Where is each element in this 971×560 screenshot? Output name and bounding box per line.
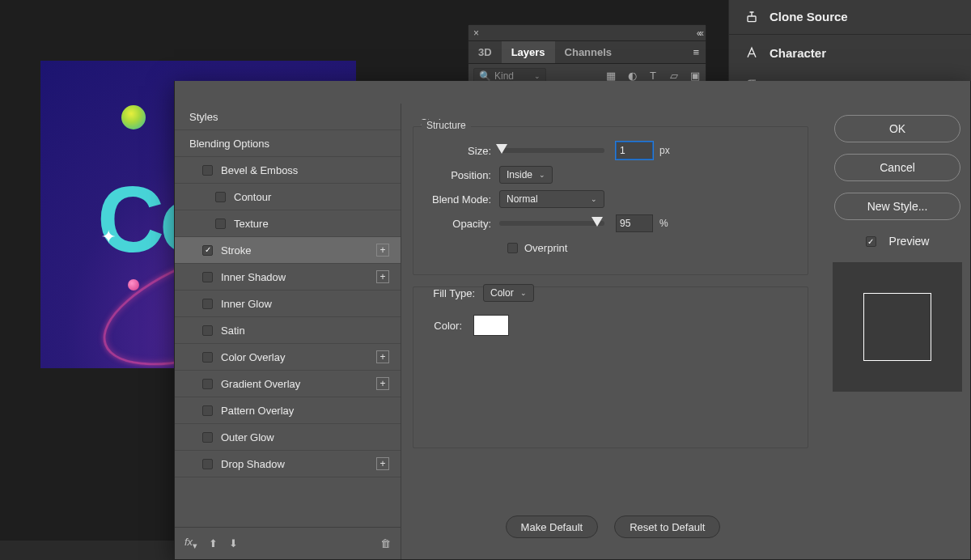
stroke-settings: Stroke Structure Size: px Position: Insi… xyxy=(401,104,825,559)
size-unit: px xyxy=(659,145,670,156)
panel-label: Character xyxy=(770,46,826,60)
add-effect-icon[interactable]: + xyxy=(376,244,389,257)
color-overlay-item[interactable]: Color Overlay+ xyxy=(175,344,401,371)
filter-smart-icon[interactable]: ▣ xyxy=(689,70,701,82)
checkbox[interactable] xyxy=(202,352,213,363)
filter-type-icon[interactable]: T xyxy=(647,70,659,82)
fill-type-label: Fill Type: xyxy=(422,287,483,299)
panel-label: Clone Source xyxy=(770,10,848,23)
panel-menu-icon[interactable]: ≡ xyxy=(686,46,706,58)
filter-label: Kind xyxy=(494,70,514,82)
dialog-right-column: OK Cancel New Style... Preview xyxy=(825,104,970,559)
outer-glow-item[interactable]: Outer Glow xyxy=(175,424,401,451)
blending-options[interactable]: Blending Options xyxy=(175,130,401,157)
preview-inner xyxy=(863,293,931,361)
preview-thumbnail xyxy=(833,262,962,392)
fx-menu[interactable]: fx▾ xyxy=(184,536,197,551)
checkbox[interactable] xyxy=(202,459,213,469)
svg-rect-0 xyxy=(748,16,756,22)
filter-adjust-icon[interactable]: ◐ xyxy=(626,70,638,82)
style-list: Styles Blending Options Bevel & Emboss C… xyxy=(175,104,401,559)
checkbox[interactable] xyxy=(202,272,213,282)
fill-type-select[interactable]: Color⌄ xyxy=(483,284,534,302)
structure-legend: Structure xyxy=(422,120,471,131)
panel-character[interactable]: Character xyxy=(729,36,971,69)
layer-style-dialog: Styles Blending Options Bevel & Emboss C… xyxy=(174,81,971,560)
checkbox[interactable] xyxy=(202,325,213,336)
size-label: Size: xyxy=(426,145,499,157)
satin-item[interactable]: Satin xyxy=(175,317,401,344)
move-down-icon[interactable]: ⬇ xyxy=(229,537,238,549)
close-icon[interactable]: × xyxy=(473,28,479,39)
opacity-slider[interactable] xyxy=(499,221,604,226)
trash-icon[interactable]: 🗑 xyxy=(380,537,391,549)
size-slider[interactable] xyxy=(499,148,604,153)
add-effect-icon[interactable]: + xyxy=(376,270,389,283)
blend-mode-label: Blend Mode: xyxy=(426,193,499,206)
preview-label: Preview xyxy=(889,235,930,248)
overprint-label: Overprint xyxy=(524,242,567,254)
tab-3d[interactable]: 3D xyxy=(469,41,502,63)
chevron-down-icon: ⌄ xyxy=(534,72,541,80)
styles-header[interactable]: Styles xyxy=(175,104,401,130)
panel-titlebar[interactable]: × «« xyxy=(469,25,706,41)
cancel-button[interactable]: Cancel xyxy=(834,154,960,181)
checkbox[interactable] xyxy=(215,192,226,202)
checkbox[interactable] xyxy=(202,379,213,389)
add-effect-icon[interactable]: + xyxy=(376,457,389,470)
blend-mode-select[interactable]: Normal⌄ xyxy=(499,190,604,208)
opacity-label: Opacity: xyxy=(426,218,499,230)
add-effect-icon[interactable]: + xyxy=(376,377,389,390)
gradient-overlay-item[interactable]: Gradient Overlay+ xyxy=(175,371,401,397)
new-style-button[interactable]: New Style... xyxy=(834,193,960,220)
drop-shadow-item[interactable]: Drop Shadow+ xyxy=(175,451,401,477)
tab-layers[interactable]: Layers xyxy=(502,41,555,63)
inner-shadow-item[interactable]: Inner Shadow+ xyxy=(175,264,401,291)
position-select[interactable]: Inside⌄ xyxy=(499,166,553,184)
clone-stamp-icon xyxy=(744,8,760,24)
filter-shape-icon[interactable]: ▱ xyxy=(668,70,680,82)
style-list-footer: fx▾ ⬆ ⬇ 🗑 xyxy=(175,527,401,559)
inner-glow-item[interactable]: Inner Glow xyxy=(175,291,401,317)
checkbox[interactable] xyxy=(202,299,213,309)
layers-panel[interactable]: × «« 3D Layers Channels ≡ 🔍 Kind ⌄ ▦ ◐ T… xyxy=(468,24,706,89)
character-icon xyxy=(744,45,760,61)
contour-item[interactable]: Contour xyxy=(175,184,401,210)
chevron-down-icon: ⌄ xyxy=(591,195,597,203)
checkbox[interactable] xyxy=(202,432,213,443)
move-up-icon[interactable]: ⬆ xyxy=(209,537,218,549)
panel-tabs: 3D Layers Channels ≡ xyxy=(469,41,706,64)
panel-clone-source[interactable]: Clone Source xyxy=(729,0,971,32)
reset-default-button[interactable]: Reset to Default xyxy=(614,515,720,538)
checkbox[interactable] xyxy=(202,165,213,176)
tab-channels[interactable]: Channels xyxy=(555,41,622,63)
position-label: Position: xyxy=(426,169,499,181)
texture-item[interactable]: Texture xyxy=(175,210,401,237)
pattern-overlay-item[interactable]: Pattern Overlay xyxy=(175,397,401,424)
art-planet xyxy=(121,105,146,129)
checkbox[interactable] xyxy=(202,245,213,256)
chevron-down-icon: ⌄ xyxy=(520,289,527,297)
bevel-emboss-item[interactable]: Bevel & Emboss xyxy=(175,157,401,184)
preview-checkbox[interactable] xyxy=(866,236,876,247)
size-input[interactable] xyxy=(616,142,653,159)
collapse-icon[interactable]: «« xyxy=(697,28,701,39)
stroke-item[interactable]: Stroke+ xyxy=(175,237,401,264)
chevron-down-icon: ⌄ xyxy=(539,171,545,179)
filter-pixel-icon[interactable]: ▦ xyxy=(605,70,617,82)
checkbox[interactable] xyxy=(202,405,213,416)
make-default-button[interactable]: Make Default xyxy=(506,515,599,538)
color-swatch[interactable] xyxy=(473,315,509,336)
art-dot xyxy=(128,279,139,291)
color-label: Color: xyxy=(426,320,470,332)
overprint-checkbox[interactable] xyxy=(507,243,518,253)
add-effect-icon[interactable]: + xyxy=(376,350,389,363)
opacity-unit: % xyxy=(659,218,668,229)
checkbox[interactable] xyxy=(215,218,226,229)
search-icon: 🔍 xyxy=(479,70,491,82)
sparkle-icon: ✦ xyxy=(101,227,116,248)
ok-button[interactable]: OK xyxy=(834,115,960,142)
opacity-input[interactable] xyxy=(616,214,653,232)
